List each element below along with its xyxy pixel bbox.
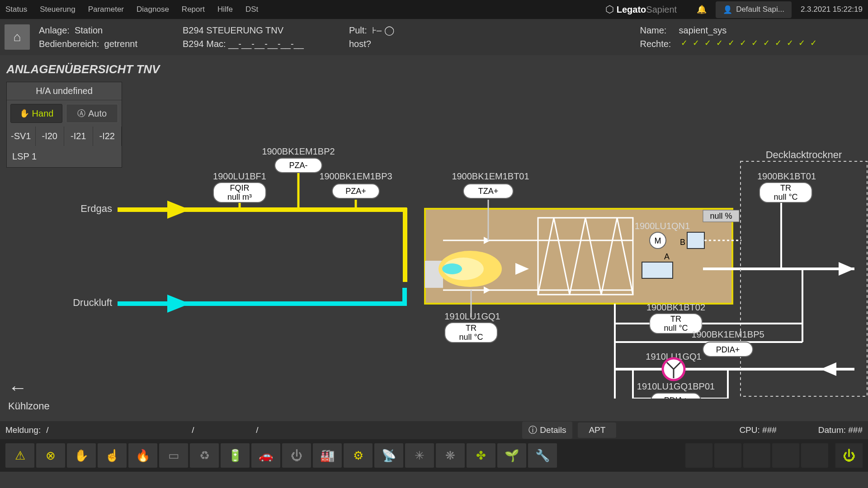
damper-b[interactable] (687, 232, 704, 249)
bf1-val: null m³ (227, 192, 252, 202)
user-label: Default Sapi... (736, 5, 784, 14)
device-icon[interactable]: ▭ (159, 443, 188, 468)
process-diagram: Erdgas Druckluft 1900LU1QN1 M A B (0, 82, 868, 399)
damper-b-label: B (680, 238, 685, 247)
motor-m: M (655, 236, 661, 245)
fan1-icon[interactable]: ✳ (405, 443, 434, 468)
bottom-toolbar: ⚠ ⊗ ✋ ☝ 🔥 ▭ ♻ 🔋 🚗 ⏻ 🏭 ⚙ 📡 ✳ ❋ ✤ 🌱 🔧 ⏻ (0, 439, 868, 472)
fire-icon[interactable]: 🔥 (128, 443, 157, 468)
empty-slot[interactable] (685, 443, 712, 468)
menu-hilfe[interactable]: Hilfe (217, 5, 233, 14)
details-label: Details (540, 425, 566, 435)
menubar-right: ⬡ LegatoSapient 🔔 👤 Default Sapi... 2.3.… (605, 1, 863, 18)
menu-diagnose[interactable]: Diagnose (137, 5, 169, 14)
header-pult: Pult: ⊦– ◯ host? (349, 23, 394, 51)
rights-checks: ✓ ✓ ✓ ✓ ✓ ✓ ✓ ✓ ✓ ✓ ✓ ✓ (681, 37, 818, 51)
empty-slot[interactable] (714, 443, 741, 468)
wrench-icon[interactable]: 🔧 (528, 443, 557, 468)
top-menubar: Status Steuerung Parameter Diagnose Repo… (0, 0, 868, 19)
druckluft-arrow-icon (167, 295, 190, 313)
decklack-label: Decklacktrockner (766, 149, 842, 160)
user-dropdown[interactable]: 👤 Default Sapi... (716, 1, 792, 18)
damper-a[interactable] (642, 262, 673, 278)
power-icon[interactable]: ⏻ (282, 443, 311, 468)
bt01-tag: 1900BK1EM1BT01 (452, 171, 529, 181)
menu-report[interactable]: Report (182, 5, 205, 14)
empty-slot[interactable] (743, 443, 770, 468)
erdgas-label: Erdgas (80, 203, 112, 214)
bt01-type: TZA+ (478, 187, 499, 196)
datetime: 2.3.2021 15:22:19 (801, 5, 863, 14)
user-icon: 👤 (723, 5, 732, 14)
menu-status[interactable]: Status (5, 5, 27, 14)
datum-label: Datum: ### (818, 425, 863, 435)
bp3-tag: 1900BK1EM1BP3 (319, 171, 392, 181)
page-title: ANLAGENÜBERSICHT TNV (0, 55, 868, 82)
apt-button[interactable]: APT (578, 422, 616, 438)
menu-steuerung[interactable]: Steuerung (40, 5, 75, 14)
bt01r-tag: 1900BK1BT01 (757, 171, 816, 181)
logo-text: LegatoSapient (617, 5, 677, 15)
erdgas-arrow-icon (167, 201, 190, 219)
header-anlage: Anlage: Station Bedienbereich: getrennt (39, 23, 137, 51)
gq1l-val: null °C (459, 333, 483, 342)
pct-value: null % (710, 211, 732, 221)
details-button[interactable]: ⓘ Details (522, 422, 572, 439)
meldung-label: Meldung: (5, 425, 41, 435)
bp2-tag: 1900BK1EM1BP2 (262, 146, 335, 156)
bf1-type: FQIR (230, 183, 250, 192)
empty-slot[interactable] (801, 443, 828, 468)
status-seg-2: / (192, 425, 250, 435)
warning-icon[interactable]: ⚠ (5, 443, 34, 468)
inlet-arrow-icon (821, 362, 836, 376)
fan3-icon[interactable]: ✤ (467, 443, 495, 468)
bt01r-type: TR (780, 183, 791, 192)
fan2-icon[interactable]: ❋ (436, 443, 465, 468)
toolbar-right: ⏻ (685, 443, 863, 468)
menu-dst[interactable]: DSt (245, 5, 258, 14)
logo: ⬡ LegatoSapient (605, 4, 677, 15)
empty-slot[interactable] (772, 443, 799, 468)
status-bar: Meldung: / / / ⓘ Details APT CPU: ### Da… (0, 421, 868, 439)
power-button[interactable]: ⏻ (835, 443, 863, 468)
flame-core-icon (442, 263, 462, 274)
bp01-tag: 1910LU1GQ1BP01 (637, 381, 715, 391)
qn1-tag: 1900LU1QN1 (635, 221, 690, 231)
hand-tool-icon[interactable]: ✋ (67, 443, 96, 468)
bp5-type: PDIA+ (716, 345, 740, 354)
bt02-val: null °C (664, 324, 688, 333)
bp2-type: PZA- (289, 161, 307, 170)
back-navigation[interactable]: ← Kühlzone (8, 377, 50, 412)
info-icon: ⓘ (528, 424, 537, 436)
gears-icon[interactable]: ⚙ (344, 443, 373, 468)
header-user: Name: sapient_sys Rechte: ✓ ✓ ✓ ✓ ✓ ✓ ✓ … (640, 23, 818, 51)
main-content: ANLAGENÜBERSICHT TNV H/A undefined ✋ Han… (0, 55, 868, 421)
bt02-type: TR (670, 314, 681, 324)
bt02-tag: 1900BK1BT02 (646, 302, 705, 312)
finger-icon[interactable]: ☝ (98, 443, 127, 468)
gq1l-type: TR (466, 324, 476, 333)
status-seg-3: / (256, 425, 315, 435)
back-label: Kühlzone (8, 400, 50, 412)
home-button[interactable]: ⌂ (5, 24, 30, 50)
bp01-type: PDIA+ (664, 396, 688, 399)
cpu-label: CPU: ### (739, 425, 776, 435)
header-bar: ⌂ Anlage: Station Bedienbereich: getrenn… (0, 19, 868, 55)
back-arrow-icon: ← (8, 377, 50, 399)
car-icon[interactable]: 🚗 (251, 443, 280, 468)
logo-icon: ⬡ (605, 4, 614, 15)
stop-icon[interactable]: ⊗ (36, 443, 65, 468)
bell-icon[interactable]: 🔔 (697, 5, 707, 14)
menu-parameter[interactable]: Parameter (88, 5, 124, 14)
bp5-tag: 1900BK1EM1BP5 (691, 329, 764, 339)
bp3-type: PZA+ (345, 187, 366, 196)
battery-icon[interactable]: 🔋 (221, 443, 250, 468)
factory-icon[interactable]: 🏭 (313, 443, 342, 468)
bt01r-val: null °C (774, 192, 797, 202)
damper-a-label: A (664, 252, 670, 261)
antenna-icon[interactable]: 📡 (374, 443, 403, 468)
druckluft-label: Druckluft (73, 297, 112, 308)
recycle-icon[interactable]: ♻ (190, 443, 219, 468)
plant-icon[interactable]: 🌱 (497, 443, 526, 468)
home-icon: ⌂ (14, 30, 21, 44)
